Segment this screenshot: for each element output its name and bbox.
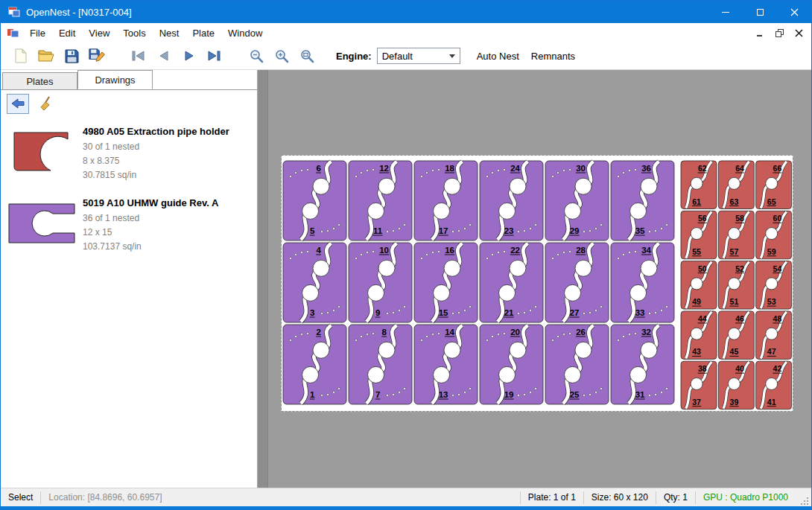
maximize-button[interactable] [743,1,777,23]
last-plate-button[interactable] [202,45,227,67]
svg-text:2: 2 [316,328,320,337]
main-area: Plates Drawings [1,70,811,488]
menu-edit[interactable]: Edit [52,23,82,42]
svg-text:18: 18 [445,164,454,173]
svg-text:28: 28 [576,246,586,255]
zoom-fit-icon [299,48,314,63]
save-button[interactable] [59,45,84,67]
menu-bar: File Edit View Tools Nest Plate Window [1,23,811,42]
import-drawing-button[interactable] [7,94,29,114]
svg-text:19: 19 [504,390,514,399]
zoom-in-button[interactable] [269,45,294,67]
svg-text:1: 1 [310,390,315,399]
status-qty: Qty: 1 [656,492,695,503]
svg-text:65: 65 [767,197,776,206]
svg-text:64: 64 [735,164,744,173]
zoom-fit-button[interactable] [294,45,320,67]
status-size: Size: 60 x 120 [584,492,656,503]
mdi-restore-button[interactable] [773,27,786,39]
svg-text:38: 38 [698,364,707,373]
engine-select[interactable]: Default [377,48,460,64]
last-plate-icon [208,51,221,61]
broom-icon [39,96,54,111]
svg-text:22: 22 [510,246,520,255]
previous-plate-button[interactable] [151,45,177,67]
svg-text:35: 35 [635,226,645,235]
save-as-button[interactable] [84,45,110,67]
svg-text:11: 11 [373,226,383,235]
resize-grip[interactable] [796,488,811,506]
tab-plates[interactable]: Plates [2,72,77,89]
svg-text:61: 61 [692,197,701,206]
svg-text:66: 66 [773,164,782,173]
auto-nest-button[interactable]: Auto Nest [471,46,525,66]
window-controls [708,1,811,23]
engine-value: Default [382,51,413,62]
svg-text:36: 36 [641,164,651,173]
svg-text:52: 52 [735,264,744,273]
menu-view[interactable]: View [82,23,116,42]
svg-text:58: 58 [735,214,744,223]
svg-text:37: 37 [692,398,701,407]
svg-text:4: 4 [316,246,321,255]
red-part-shape [14,133,68,170]
mdi-window-controls [753,27,811,39]
close-button[interactable] [777,1,811,23]
menu-window[interactable]: Window [221,23,269,42]
mdi-close-button[interactable] [792,27,805,39]
svg-text:17: 17 [439,226,448,235]
part-title: 5019 A10 UHMW guide Rev. A [83,196,218,210]
document-window-icon [7,28,19,38]
status-gpu: GPU : Quadro P1000 [696,492,796,503]
svg-text:47: 47 [767,347,776,356]
panel-splitter[interactable] [258,70,268,488]
import-arrow-icon [11,98,25,109]
svg-text:40: 40 [735,364,744,373]
svg-text:33: 33 [635,308,645,317]
main-toolbar: Engine: Default Auto Nest Remnants [1,42,811,70]
svg-text:62: 62 [698,164,707,173]
svg-text:25: 25 [570,390,580,399]
title-bar: OpenNest - [N0317-004] [1,1,811,23]
list-item[interactable]: 4980 A05 Extraction pipe holder 30 of 1 … [1,117,257,188]
menu-file[interactable]: File [23,23,52,42]
part-area: 30.7815 sq/in [83,168,229,182]
svg-text:39: 39 [730,398,739,407]
svg-text:10: 10 [379,246,389,255]
clear-drawings-button[interactable] [35,94,57,114]
menu-nest[interactable]: Nest [153,23,186,42]
list-item[interactable]: 5019 A10 UHMW guide Rev. A 36 of 1 neste… [1,188,257,260]
remnants-button[interactable]: Remnants [525,46,581,66]
part-size: 8 x 8.375 [83,154,229,168]
next-plate-icon [184,51,194,61]
minimize-button[interactable] [708,1,743,23]
mdi-minimize-icon [756,29,764,37]
first-plate-button[interactable] [126,45,151,67]
next-plate-button[interactable] [177,45,202,67]
new-button[interactable] [8,45,34,67]
previous-plate-icon [159,51,169,61]
mdi-minimize-button[interactable] [753,27,767,39]
nest-canvas[interactable]: 6512111817242330293635431091615222128273… [258,70,811,488]
mdi-restore-icon [775,29,784,37]
svg-text:16: 16 [445,246,454,255]
zoom-out-button[interactable] [244,45,269,67]
svg-text:5: 5 [310,226,315,235]
svg-text:23: 23 [504,226,514,235]
zoom-in-icon [274,48,289,63]
purple-part-shape [9,204,74,243]
svg-text:29: 29 [570,226,580,235]
part-nested: 30 of 1 nested [83,140,229,154]
svg-text:45: 45 [730,347,739,356]
sidebar: Plates Drawings [1,70,258,488]
save-as-floppy-pencil-icon [89,48,105,63]
menu-tools[interactable]: Tools [116,23,152,42]
menu-plate[interactable]: Plate [185,23,221,42]
open-button[interactable] [34,45,59,67]
part-title: 4980 A05 Extraction pipe holder [83,124,229,138]
tab-drawings[interactable]: Drawings [77,70,153,89]
nest-plate[interactable]: 6512111817242330293635431091615222128273… [281,155,793,412]
svg-text:15: 15 [439,308,448,317]
svg-text:43: 43 [692,347,701,356]
svg-text:26: 26 [576,328,586,337]
